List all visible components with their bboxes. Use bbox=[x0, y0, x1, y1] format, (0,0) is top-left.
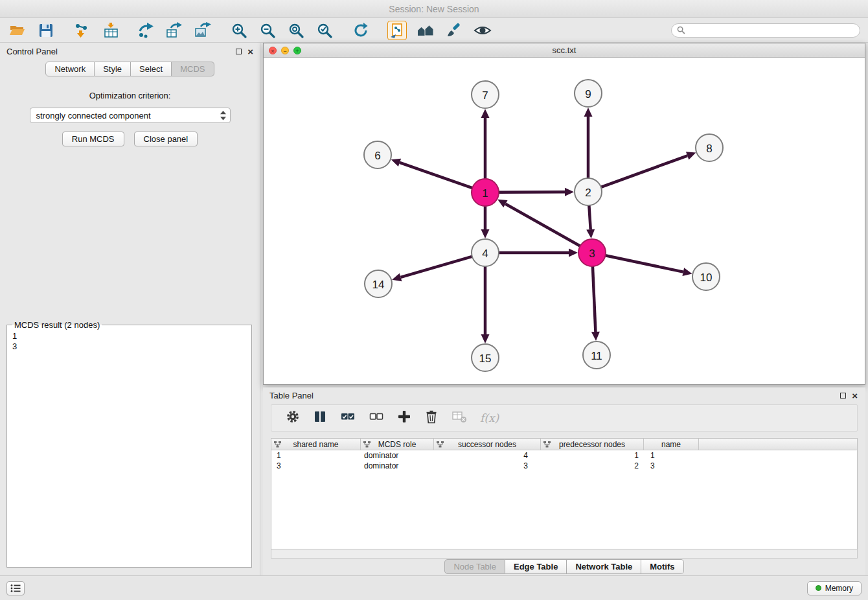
graph-node-label: 2 bbox=[585, 187, 591, 199]
table-toolbar: f(x) bbox=[271, 404, 858, 432]
memory-label: Memory bbox=[825, 584, 853, 593]
application-window: Session: New Session bbox=[0, 0, 868, 600]
save-session-icon[interactable] bbox=[36, 21, 56, 40]
graph-edge-4-14 bbox=[401, 257, 472, 277]
graph-edge-arrowhead bbox=[569, 249, 578, 257]
float-table-panel-icon[interactable] bbox=[840, 393, 846, 398]
export-table-icon[interactable] bbox=[165, 21, 184, 40]
tab-edge-table[interactable]: Edge Table bbox=[505, 559, 567, 574]
mcds-result-box[interactable]: MCDS result (2 nodes) 1 3 bbox=[6, 320, 252, 568]
graph-edge-arrowhead bbox=[686, 152, 696, 159]
table-row[interactable]: 1 dominator 4 1 1 bbox=[271, 450, 857, 461]
control-panel-tabs: Network Style Select MCDS bbox=[0, 62, 260, 76]
open-session-icon[interactable] bbox=[8, 21, 27, 40]
graph-node-label: 11 bbox=[591, 350, 602, 362]
column-edit-icon bbox=[437, 441, 444, 448]
search-field[interactable] bbox=[671, 23, 860, 38]
table-row[interactable]: 3 dominator 3 2 3 bbox=[271, 461, 857, 471]
close-panel-icon[interactable]: × bbox=[247, 49, 253, 54]
table-header-row: shared name MCDS role successor nodes pr… bbox=[271, 439, 857, 450]
control-panel: Control Panel × Network Style Select MCD… bbox=[0, 43, 260, 575]
network-overview-icon[interactable] bbox=[416, 21, 435, 40]
network-window-title: scc.txt bbox=[553, 45, 577, 55]
graph-node-label: 3 bbox=[589, 248, 595, 260]
function-builder-icon: f(x) bbox=[480, 411, 499, 424]
column-header-shared-name[interactable]: shared name bbox=[271, 439, 361, 450]
table-horizontal-scrollbar[interactable] bbox=[271, 549, 858, 559]
tab-motifs[interactable]: Motifs bbox=[641, 559, 683, 574]
memory-button[interactable]: Memory bbox=[807, 581, 862, 595]
column-header-name[interactable]: name bbox=[644, 439, 699, 450]
run-mcds-button[interactable]: Run MCDS bbox=[62, 132, 124, 146]
network-view-window: × – + scc.txt 1234678910111415 bbox=[263, 43, 865, 385]
task-history-button[interactable] bbox=[6, 581, 25, 595]
apply-layout-icon[interactable] bbox=[351, 21, 371, 40]
window-title: Session: New Session bbox=[0, 0, 868, 18]
float-panel-icon[interactable] bbox=[236, 49, 242, 54]
show-columns-icon[interactable] bbox=[313, 410, 327, 426]
delete-table-icon bbox=[451, 410, 467, 426]
graph-node-label: 1 bbox=[482, 187, 488, 200]
search-input[interactable] bbox=[685, 26, 854, 35]
graph-node-label: 7 bbox=[482, 89, 488, 102]
table-tabs: Node Table Edge Table Network Table Moti… bbox=[263, 559, 865, 574]
export-network-icon[interactable] bbox=[136, 21, 155, 40]
show-hide-eye-icon[interactable] bbox=[473, 21, 492, 40]
dropdown-value: strongly connected component bbox=[36, 111, 151, 121]
column-header-successor-nodes[interactable]: successor nodes bbox=[434, 439, 541, 450]
graph-edge-arrowhead bbox=[584, 108, 593, 117]
mcds-result-line: 3 bbox=[12, 341, 246, 352]
import-table-icon[interactable] bbox=[101, 21, 120, 40]
list-icon bbox=[10, 584, 21, 593]
graph-edge-arrowhead bbox=[481, 334, 490, 343]
graph-node-label: 8 bbox=[706, 143, 712, 155]
select-all-rows-icon[interactable] bbox=[340, 410, 356, 426]
close-table-panel-icon[interactable]: × bbox=[852, 393, 858, 398]
delete-column-trash-icon[interactable] bbox=[424, 410, 439, 426]
graph-edge-arrowhead bbox=[481, 109, 490, 118]
export-image-icon[interactable] bbox=[193, 21, 212, 40]
add-column-plus-icon[interactable] bbox=[397, 410, 411, 426]
tab-select[interactable]: Select bbox=[131, 62, 172, 76]
memory-status-icon bbox=[816, 585, 821, 591]
cell-predecessor-nodes: 2 bbox=[541, 461, 644, 470]
close-panel-button[interactable]: Close panel bbox=[134, 132, 198, 146]
zoom-in-icon[interactable] bbox=[229, 21, 249, 40]
column-header-mcds-role[interactable]: MCDS role bbox=[361, 439, 434, 450]
graph-edge-arrowhead bbox=[481, 229, 490, 238]
graph-edge-arrowhead bbox=[565, 188, 574, 196]
close-window-icon[interactable]: × bbox=[269, 47, 277, 54]
tab-network[interactable]: Network bbox=[45, 62, 95, 76]
graph-node-label: 15 bbox=[479, 352, 492, 365]
tab-node-table[interactable]: Node Table bbox=[444, 559, 505, 574]
zoom-fit-icon[interactable] bbox=[286, 21, 306, 40]
network-canvas[interactable]: 1234678910111415 bbox=[264, 58, 865, 384]
cell-mcds-role: dominator bbox=[361, 451, 434, 460]
status-bar: Memory bbox=[0, 575, 868, 600]
zoom-out-icon[interactable] bbox=[258, 21, 277, 40]
tab-network-table[interactable]: Network Table bbox=[567, 559, 641, 574]
table-panel-title: Table Panel bbox=[269, 391, 314, 400]
maximize-window-icon[interactable]: + bbox=[293, 47, 301, 54]
minimize-window-icon[interactable]: – bbox=[281, 47, 289, 54]
graph-edge-arrowhead bbox=[586, 229, 595, 238]
duplicate-network-icon[interactable] bbox=[387, 21, 407, 40]
node-table: shared name MCDS role successor nodes pr… bbox=[271, 438, 858, 549]
tab-mcds[interactable]: MCDS bbox=[172, 62, 214, 76]
graph-edge-arrowhead bbox=[682, 268, 692, 276]
column-header-predecessor-nodes[interactable]: predecessor nodes bbox=[541, 439, 644, 450]
import-network-icon[interactable] bbox=[73, 21, 92, 40]
style-brush-icon[interactable] bbox=[444, 21, 464, 40]
graph-edge-arrowhead bbox=[591, 332, 600, 341]
graph-node-label: 6 bbox=[374, 150, 380, 162]
table-settings-gear-icon[interactable] bbox=[286, 410, 300, 426]
graph-edge-3-11 bbox=[593, 266, 595, 332]
zoom-selected-icon[interactable] bbox=[315, 21, 334, 40]
tab-style[interactable]: Style bbox=[95, 62, 131, 76]
optimization-criterion-select[interactable]: strongly connected component bbox=[30, 108, 231, 123]
search-icon bbox=[677, 26, 685, 34]
cell-successor-nodes: 3 bbox=[434, 461, 541, 470]
optimization-criterion-label: Optimization criterion: bbox=[0, 91, 260, 100]
cell-shared-name: 1 bbox=[271, 451, 361, 460]
deselect-all-rows-icon[interactable] bbox=[369, 410, 384, 426]
